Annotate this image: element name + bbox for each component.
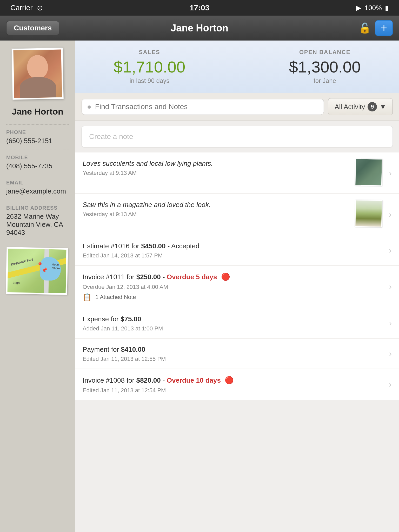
activity-item-note-1[interactable]: Loves succulents and local low lying pla… xyxy=(75,152,399,194)
activity-text-expense: Expense for $75.00 Added Jan 11, 2013 at… xyxy=(83,314,384,332)
activity-title-2: Saw this in a magazine and loved the loo… xyxy=(83,200,350,209)
mobile-label: MOBILE xyxy=(6,155,69,161)
search-input[interactable] xyxy=(95,103,318,111)
filter-label: All Activity xyxy=(335,103,365,111)
activity-item-invoice-1011[interactable]: Invoice #1011 for $250.00 - Overdue 5 da… xyxy=(75,265,399,308)
billing-address2: Mountain View, CA 94043 xyxy=(6,221,69,237)
activity-subtitle-estimate: Edited Jan 14, 2013 at 1:57 PM xyxy=(83,252,384,259)
main-layout: Jane Horton PHONE (650) 555-2151 MOBILE … xyxy=(0,41,399,532)
status-right: ▶ 100% ▮ xyxy=(356,4,389,12)
balance-sub: for Jane xyxy=(289,77,361,84)
avatar-container xyxy=(6,48,69,99)
mobile-value[interactable]: (408) 555-7735 xyxy=(6,162,69,170)
thumb-succulent xyxy=(355,158,382,186)
status-carrier: Carrier ⊙ xyxy=(10,4,43,12)
activity-title-1: Loves succulents and local low lying pla… xyxy=(83,159,350,168)
activity-item-invoice-1008[interactable]: Invoice #1008 for $820.00 - Overdue 10 d… xyxy=(75,369,399,400)
activity-subtitle-expense: Added Jan 11, 2013 at 1:00 PM xyxy=(83,325,384,332)
sales-sub: in last 90 days xyxy=(114,77,185,84)
map-label-bayshore: Bayshore Fwy xyxy=(10,257,34,267)
note-attached-icon: 📋 xyxy=(83,293,92,302)
billing-label: BILLING ADDRESS xyxy=(6,205,69,211)
chevron-right-icon-expense: › xyxy=(389,318,392,328)
overdue-text-1008: Overdue 10 days xyxy=(167,376,221,384)
nav-right-actions: 🔓 + xyxy=(359,20,393,36)
summary-divider xyxy=(237,49,237,84)
map-label-legal: Legal xyxy=(13,281,21,285)
battery-icon: ▮ xyxy=(385,4,389,12)
map-pin-gray: 📌 xyxy=(42,267,47,273)
avatar xyxy=(13,49,62,98)
note-input-area[interactable]: Create a note xyxy=(82,126,393,147)
attached-note-text: 1 Attached Note xyxy=(95,294,136,301)
email-label: EMAIL xyxy=(6,180,69,186)
activity-text-payment: Payment for $410.00 Edited Jan 11, 2013 … xyxy=(83,345,384,362)
activity-text-1: Loves succulents and local low lying pla… xyxy=(83,159,350,176)
chevron-right-icon-1008: › xyxy=(389,380,392,389)
filter-button[interactable]: All Activity 9 ▼ xyxy=(328,98,393,115)
location-icon: ▶ xyxy=(356,4,361,12)
chevron-right-icon-estimate: › xyxy=(389,245,392,255)
activity-item-note-2[interactable]: Saw this in a magazine and loved the loo… xyxy=(75,194,399,235)
activity-subtitle-2: Yesterday at 9:13 AM xyxy=(83,211,350,218)
wifi-icon: ⊙ xyxy=(37,4,43,12)
battery-text: 100% xyxy=(364,4,382,12)
sales-summary: SALES $1,710.00 in last 90 days xyxy=(114,49,185,84)
billing-address1: 2632 Marine Way xyxy=(6,212,69,221)
carrier-text: Carrier xyxy=(10,4,33,12)
overdue-text-1011: Overdue 5 days xyxy=(167,273,217,281)
balance-label: OPEN BALANCE xyxy=(289,49,361,56)
phone-section: PHONE (650) 555-2151 xyxy=(6,124,69,150)
sales-amount: $1,710.00 xyxy=(114,58,185,76)
activity-text-invoice-1008: Invoice #1008 for $820.00 - Overdue 10 d… xyxy=(83,375,384,394)
back-button[interactable]: Customers xyxy=(6,21,59,35)
attached-note-row: 📋 1 Attached Note xyxy=(83,293,384,302)
chevron-right-icon-payment: › xyxy=(389,349,392,358)
activity-item-payment[interactable]: Payment for $410.00 Edited Jan 11, 2013 … xyxy=(75,338,399,369)
activity-title-invoice-1011: Invoice #1011 for $250.00 - Overdue 5 da… xyxy=(83,272,384,282)
chevron-right-icon-1: › xyxy=(389,168,392,178)
summary-bar: SALES $1,710.00 in last 90 days OPEN BAL… xyxy=(75,41,399,93)
activity-thumb-2 xyxy=(355,200,384,229)
activity-thumb-1 xyxy=(355,159,384,187)
search-bar: ● All Activity 9 ▼ xyxy=(75,93,399,121)
phone-value[interactable]: (650) 555-2151 xyxy=(6,137,69,145)
search-input-wrap[interactable]: ● xyxy=(82,99,324,115)
warning-icon-1011: 🔴 xyxy=(221,273,230,281)
activity-item-expense[interactable]: Expense for $75.00 Added Jan 11, 2013 at… xyxy=(75,308,399,338)
email-section: EMAIL jane@example.com xyxy=(6,175,69,200)
map-image: Bayshore Fwy Moun Shore Legal 📍 📌 xyxy=(8,249,66,293)
activity-subtitle-1: Yesterday at 9:13 AM xyxy=(83,170,350,176)
balance-amount: $1,300.00 xyxy=(289,58,361,76)
activity-text-2: Saw this in a magazine and loved the loo… xyxy=(83,200,350,218)
activity-title-payment: Payment for $410.00 xyxy=(83,345,384,354)
balance-summary: OPEN BALANCE $1,300.00 for Jane xyxy=(289,49,361,84)
map-label-shore: Shore xyxy=(52,267,60,270)
activity-subtitle-payment: Edited Jan 11, 2013 at 12:55 PM xyxy=(83,356,384,362)
mobile-section: MOBILE (408) 555-7735 xyxy=(6,150,69,175)
lock-icon[interactable]: 🔓 xyxy=(359,22,371,34)
activity-subtitle-invoice-1011: Overdue Jan 12, 2013 at 4:00 AM xyxy=(83,284,384,290)
status-time: 17:03 xyxy=(190,3,210,12)
activity-text-estimate: Estimate #1016 for $450.00 - Accepted Ed… xyxy=(83,241,384,259)
nav-bar: Customers Jane Horton 🔓 + xyxy=(0,16,399,41)
map-container[interactable]: Bayshore Fwy Moun Shore Legal 📍 📌 xyxy=(6,247,68,295)
status-bar: Carrier ⊙ 17:03 ▶ 100% ▮ xyxy=(0,0,399,16)
chevron-right-icon-2: › xyxy=(389,210,392,219)
note-placeholder: Create a note xyxy=(89,132,133,141)
add-button[interactable]: + xyxy=(375,20,393,36)
map-label-moun: Moun xyxy=(52,263,59,266)
avatar-frame xyxy=(12,48,63,99)
warning-icon-1008: 🔴 xyxy=(225,376,234,384)
sidebar: Jane Horton PHONE (650) 555-2151 MOBILE … xyxy=(0,41,75,532)
activity-list: Loves succulents and local low lying pla… xyxy=(75,152,399,532)
billing-section: BILLING ADDRESS 2632 Marine Way Mountain… xyxy=(6,200,69,241)
email-value[interactable]: jane@example.com xyxy=(6,187,69,195)
filter-count: 9 xyxy=(368,102,377,111)
activity-title-estimate: Estimate #1016 for $450.00 - Accepted xyxy=(83,241,384,251)
activity-subtitle-invoice-1008: Edited Jan 11, 2013 at 12:54 PM xyxy=(83,387,384,394)
content-area: SALES $1,710.00 in last 90 days OPEN BAL… xyxy=(75,41,399,532)
sales-label: SALES xyxy=(114,49,185,56)
activity-item-estimate[interactable]: Estimate #1016 for $450.00 - Accepted Ed… xyxy=(75,235,399,265)
activity-title-invoice-1008: Invoice #1008 for $820.00 - Overdue 10 d… xyxy=(83,375,384,385)
